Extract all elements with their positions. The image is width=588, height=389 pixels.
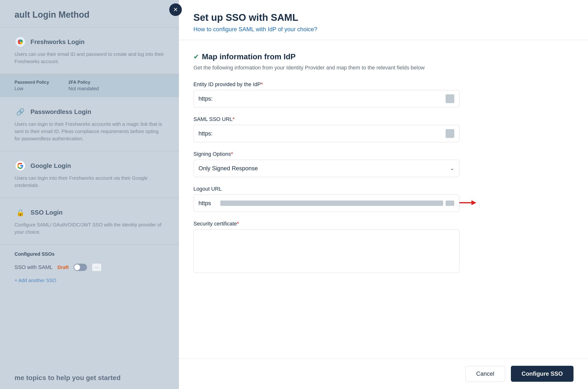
sso-panel-header: Set up SSO with SAML How to configure SA… — [179, 0, 588, 40]
sso-setup-panel: Set up SSO with SAML How to configure SA… — [179, 0, 588, 389]
freshworks-login-title: Freshworks Login — [30, 38, 85, 46]
sso-toggle[interactable] — [73, 264, 87, 271]
saml-sso-url-copy-icon[interactable] — [446, 129, 454, 138]
sso-login-item: 🔒 SSO Login Configure SAML/ OAuth/OIDC/J… — [0, 198, 179, 245]
logout-url-label: Logout URL — [193, 186, 573, 192]
map-section-icon: ✔ — [193, 53, 199, 61]
logout-url-wrapper — [193, 194, 459, 212]
logout-url-field-group: Logout URL — [193, 186, 573, 212]
signing-options-select[interactable]: Only Signed Response ⌄ — [193, 160, 459, 177]
arrow-indicator — [457, 195, 476, 211]
tfa-policy-value: Not mandated — [68, 86, 99, 91]
sso-entry-row: SSO with SAML Draft ··· — [15, 261, 164, 274]
security-cert-field-group: Security certificate* — [193, 221, 573, 274]
saml-sso-url-label: SAML SSO URL* — [193, 116, 573, 122]
saml-sso-url-field-group: SAML SSO URL* — [193, 116, 573, 142]
sso-login-title: SSO Login — [30, 209, 63, 216]
google-login-title: Google Login — [30, 162, 71, 170]
freshworks-icon — [15, 36, 26, 48]
entity-id-copy-icon[interactable] — [446, 94, 454, 103]
signing-options-value: Only Signed Response — [199, 165, 258, 172]
logout-copy-icon[interactable] — [446, 200, 454, 206]
google-login-desc: Users can login into their Freshworks ac… — [15, 174, 164, 189]
background-panel: ault Login Method Freshworks Login Users… — [0, 0, 179, 389]
page-title: ault Login Method — [0, 10, 179, 27]
entity-id-input-wrapper[interactable] — [193, 90, 459, 107]
logout-url-redacted — [220, 200, 443, 206]
google-login-item: Google Login Users can login into their … — [0, 151, 179, 198]
passwordless-login-title: Passwordless Login — [30, 108, 91, 116]
freshworks-login-item: Freshworks Login Users can use their ema… — [0, 27, 179, 74]
saml-help-link[interactable]: How to configure SAML with IdP of your c… — [193, 26, 317, 32]
tfa-policy-label: 2FA Policy — [68, 80, 99, 85]
sso-panel-footer: Cancel Configure SSO — [179, 358, 588, 389]
signing-options-field-group: Signing Options* Only Signed Response ⌄ — [193, 151, 573, 177]
entity-id-input[interactable] — [199, 95, 446, 102]
security-cert-label: Security certificate* — [193, 221, 573, 227]
configured-ssos-label: Configured SSOs — [15, 245, 164, 261]
sso-panel-title: Set up SSO with SAML — [193, 12, 573, 23]
sso-panel-body: ✔ Map information from IdP Get the follo… — [179, 40, 588, 358]
cancel-button[interactable]: Cancel — [466, 366, 505, 382]
policy-row: Password Policy Low 2FA Policy Not manda… — [0, 74, 179, 97]
sso-more-options[interactable]: ··· — [92, 263, 102, 271]
freshworks-login-desc: Users can use their email ID and passwor… — [15, 51, 164, 65]
passwordless-login-desc: Users can login to their Freshworks acco… — [15, 121, 164, 142]
google-icon — [15, 160, 26, 171]
entity-id-field-group: Entity ID provided by the IdP* — [193, 81, 573, 107]
bottom-help-title: me topics to help you get started — [15, 374, 164, 382]
add-sso-link[interactable]: + Add another SSO — [15, 274, 164, 287]
map-section-title: Map information from IdP — [202, 52, 296, 61]
sso-draft-badge: Draft — [58, 265, 69, 270]
bottom-section: me topics to help you get started — [0, 367, 179, 389]
logout-url-input[interactable] — [199, 200, 218, 207]
passwordless-login-item: 🔗 Passwordless Login Users can login to … — [0, 97, 179, 151]
map-section-header: ✔ Map information from IdP — [193, 52, 573, 61]
lock-icon: 🔒 — [15, 207, 26, 218]
entity-id-label: Entity ID provided by the IdP* — [193, 81, 573, 88]
close-button[interactable]: ✕ — [169, 3, 182, 16]
select-chevron-down-icon: ⌄ — [450, 165, 454, 171]
red-arrow-icon — [457, 195, 476, 210]
logout-url-input-box[interactable] — [193, 194, 459, 212]
signing-options-label: Signing Options* — [193, 151, 573, 157]
svg-marker-3 — [471, 200, 476, 205]
configured-ssos-section: Configured SSOs SSO with SAML Draft ··· … — [0, 245, 179, 292]
link-icon: 🔗 — [15, 106, 26, 118]
map-section-desc: Get the following information from your … — [193, 64, 573, 72]
saml-sso-url-input-wrapper[interactable] — [193, 125, 459, 142]
security-cert-textarea[interactable] — [193, 229, 459, 273]
sso-entry-name: SSO with SAML — [15, 264, 53, 270]
password-policy-label: Password Policy — [15, 80, 49, 85]
sso-login-desc: Configure SAML/ OAuth/OIDC/JWT SSO with … — [15, 221, 164, 236]
saml-sso-url-input[interactable] — [199, 130, 446, 137]
password-policy-value: Low — [15, 86, 24, 91]
configure-sso-button[interactable]: Configure SSO — [511, 366, 573, 382]
